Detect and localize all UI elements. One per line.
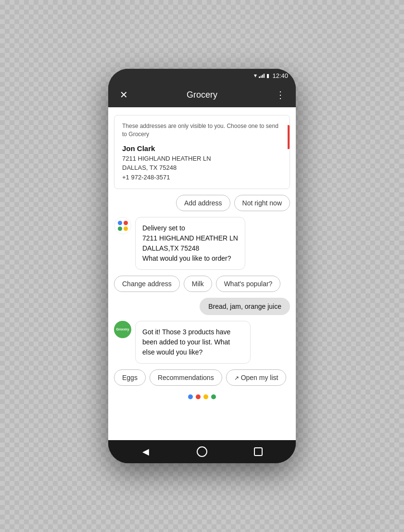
dot-green <box>211 394 216 399</box>
external-link-icon: ↗ <box>234 375 239 381</box>
wifi-icon: ▾ <box>254 72 257 79</box>
app-bar: ✕ Grocery ⋮ <box>108 82 296 107</box>
home-button[interactable] <box>192 442 212 461</box>
back-button[interactable]: ◀ <box>136 442 155 461</box>
status-icons: ▾ ▮ <box>254 72 269 79</box>
user-message-text: Bread, jam, orange juice <box>208 303 281 310</box>
app-title: Grocery <box>131 90 273 100</box>
grocery-message-text: Got it! Those 3 products have been added… <box>142 328 230 356</box>
google-assistant-icon <box>118 221 127 230</box>
signal-icon <box>259 73 265 78</box>
whats-popular-chip[interactable]: What's popular? <box>216 276 281 292</box>
assistant-message-text: Delivery set to 7211 HIGHLAND HEATHER LN… <box>142 224 238 262</box>
grocery-bubble: Got it! Those 3 products have been added… <box>135 321 251 364</box>
eggs-chip[interactable]: Eggs <box>114 369 146 386</box>
recents-button[interactable] <box>249 442 268 461</box>
suggestion-chips-1: Change address Milk What's popular? <box>114 276 290 292</box>
address-card: These addresses are only visible to you.… <box>114 115 290 189</box>
assistant-avatar <box>114 217 131 234</box>
more-options-button[interactable]: ⋮ <box>273 89 288 101</box>
suggestion-chips-2: Eggs Recommendations ↗Open my list <box>114 369 290 386</box>
back-icon: ◀ <box>142 446 149 457</box>
home-icon <box>197 446 207 457</box>
grocery-avatar-text: Grocery <box>115 327 130 332</box>
close-button[interactable]: ✕ <box>116 89 131 101</box>
address-line2: DALLAS, TX 75248 <box>122 163 282 173</box>
dot-yellow <box>203 394 208 399</box>
milk-chip[interactable]: Milk <box>184 276 212 292</box>
user-bubble: Bread, jam, orange juice <box>200 298 290 315</box>
dot-blue <box>188 394 193 399</box>
assistant-bubble: Delivery set to 7211 HIGHLAND HEATHER LN… <box>135 217 245 270</box>
battery-icon: ▮ <box>266 73 269 79</box>
phone-frame: ▾ ▮ 12:40 ✕ Grocery ⋮ These addresses ar… <box>108 69 296 463</box>
user-message-row: Bread, jam, orange juice <box>114 298 290 315</box>
recents-icon <box>254 447 263 456</box>
grocery-avatar: Grocery <box>114 321 131 338</box>
not-right-now-button[interactable]: Not right now <box>234 195 290 211</box>
navigation-bar: ◀ <box>108 440 296 463</box>
status-time: 12:40 <box>272 72 288 79</box>
add-address-button[interactable]: Add address <box>176 195 230 211</box>
address-phone: +1 972-248-3571 <box>122 173 282 182</box>
assistant-message-row: Delivery set to 7211 HIGHLAND HEATHER LN… <box>114 217 290 270</box>
change-address-chip[interactable]: Change address <box>114 276 180 292</box>
google-dots-bottom <box>114 392 290 401</box>
chat-area: These addresses are only visible to you.… <box>108 107 296 440</box>
grocery-message-row: Grocery Got it! Those 3 products have be… <box>114 321 290 364</box>
open-my-list-chip[interactable]: ↗Open my list <box>226 369 287 386</box>
address-card-intro: These addresses are only visible to you.… <box>122 122 282 139</box>
address-line1: 7211 HIGHLAND HEATHER LN <box>122 154 282 164</box>
address-action-buttons: Add address Not right now <box>114 195 290 211</box>
address-name: Jon Clark <box>122 144 282 152</box>
recommendations-chip[interactable]: Recommendations <box>150 369 222 386</box>
dot-red <box>196 394 201 399</box>
status-bar: ▾ ▮ 12:40 <box>108 69 296 82</box>
